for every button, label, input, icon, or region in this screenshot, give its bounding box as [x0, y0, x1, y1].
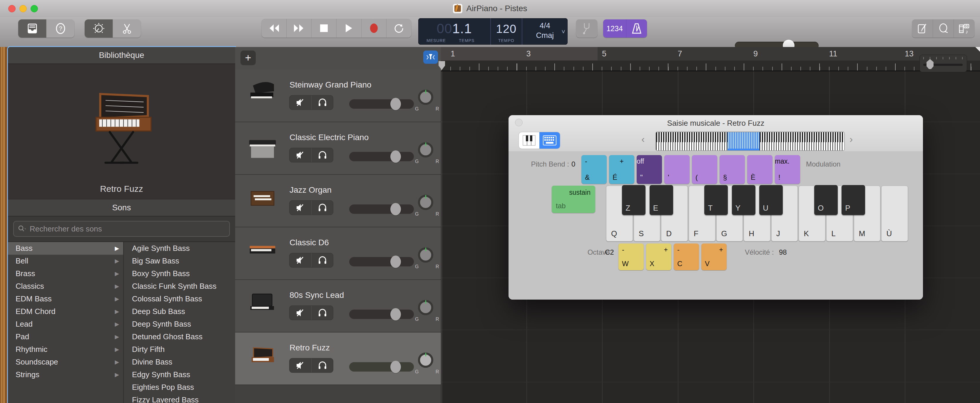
white-key[interactable]: Ù: [881, 186, 908, 241]
track-row[interactable]: Retro Fuzz: [235, 333, 441, 385]
patch-item[interactable]: Colossal Synth Bass: [124, 293, 235, 305]
track-row[interactable]: 80s Sync Lead: [235, 280, 441, 333]
narrow-track-headers-button[interactable]: [423, 51, 438, 64]
pitch-mod-key[interactable]: §: [719, 155, 745, 184]
track-volume-slider[interactable]: [349, 309, 414, 319]
pan-knob[interactable]: [418, 90, 433, 105]
track-volume-thumb[interactable]: [390, 361, 401, 373]
ruler[interactable]: 135791113: [441, 47, 980, 60]
black-key[interactable]: P: [842, 185, 865, 215]
track-row[interactable]: Classic Electric Piano: [235, 122, 441, 175]
pan-knob[interactable]: [418, 142, 433, 157]
octave-velocity-key[interactable]: + V: [702, 243, 727, 270]
play-button[interactable]: [336, 19, 361, 38]
category-item[interactable]: Soundscape ▶: [8, 356, 123, 368]
sustain-key[interactable]: sustain tab: [552, 186, 595, 213]
category-item[interactable]: Brass ▶: [8, 267, 123, 280]
track-volume-thumb[interactable]: [390, 203, 401, 215]
count-in-button[interactable]: 1234: [603, 19, 626, 38]
category-item[interactable]: EDM Bass ▶: [8, 293, 123, 305]
pan-knob[interactable]: [418, 195, 433, 210]
pitch-mod-key[interactable]: (: [692, 155, 717, 184]
corner-resize-widget[interactable]: [975, 47, 980, 52]
track-volume-thumb[interactable]: [390, 308, 401, 320]
track-volume-thumb[interactable]: [390, 98, 401, 110]
patch-item[interactable]: Eighties Pop Bass: [124, 381, 235, 393]
patch-item[interactable]: Detuned Ghost Bass: [124, 330, 235, 343]
track-row[interactable]: Jazz Organ: [235, 175, 441, 227]
add-track-button[interactable]: +: [240, 51, 256, 65]
solo-button[interactable]: [311, 359, 333, 373]
track-volume-slider[interactable]: [349, 362, 414, 371]
pitch-mod-key[interactable]: ': [664, 155, 690, 184]
cycle-button[interactable]: [386, 19, 411, 38]
octave-left-chevron[interactable]: ‹: [641, 133, 644, 145]
track-volume-thumb[interactable]: [390, 255, 401, 268]
black-key[interactable]: O: [814, 185, 838, 215]
zoom-slider-handle[interactable]: [926, 59, 934, 69]
chevron-down-icon[interactable]: ˅: [562, 28, 565, 36]
quick-help-button[interactable]: ?: [46, 19, 74, 38]
pan-knob[interactable]: [418, 300, 433, 315]
octave-velocity-key[interactable]: - C: [674, 243, 699, 270]
track-volume-slider[interactable]: [349, 99, 414, 109]
black-key[interactable]: U: [759, 185, 783, 215]
pan-knob[interactable]: [418, 352, 433, 368]
typing-view-button[interactable]: [539, 132, 560, 149]
category-item[interactable]: Strings ▶: [8, 368, 123, 381]
media-browser-button[interactable]: ♪: [953, 19, 974, 38]
solo-button[interactable]: [311, 148, 333, 162]
pitch-mod-key[interactable]: max. !: [775, 155, 800, 184]
patch-item[interactable]: Dirty Fifth: [124, 343, 235, 356]
category-item[interactable]: Bass ▶: [8, 242, 123, 255]
lcd-display[interactable]: 001.1 MESURE TEMPS 120 TEMPO 4/4 Cmaj ˅: [418, 18, 568, 44]
patch-item[interactable]: Edgy Synth Bass: [124, 368, 235, 381]
mute-button[interactable]: [290, 306, 311, 320]
stop-button[interactable]: [311, 19, 336, 38]
search-input[interactable]: Rechercher des sons: [13, 221, 230, 237]
solo-button[interactable]: [311, 253, 333, 267]
track-row[interactable]: Steinway Grand Piano: [235, 70, 441, 122]
track-volume-slider[interactable]: [349, 257, 414, 267]
active-octave-range[interactable]: [727, 132, 760, 151]
pitch-mod-key[interactable]: + É: [609, 155, 634, 184]
patch-item[interactable]: Divine Bass: [124, 356, 235, 368]
black-key[interactable]: T: [704, 185, 728, 215]
octave-velocity-key[interactable]: + X: [646, 243, 671, 270]
keyboard-overview[interactable]: [655, 132, 845, 151]
patch-item[interactable]: Fizzy Layered Bass: [124, 393, 235, 403]
pan-knob[interactable]: [418, 248, 433, 263]
ruler-ticks[interactable]: [441, 60, 980, 71]
solo-button[interactable]: [311, 306, 333, 320]
record-button[interactable]: [361, 19, 386, 38]
solo-button[interactable]: [311, 95, 333, 109]
category-item[interactable]: EDM Chord ▶: [8, 305, 123, 318]
track-volume-thumb[interactable]: [390, 151, 401, 163]
metronome-button[interactable]: [626, 19, 647, 38]
solo-button[interactable]: [311, 201, 333, 215]
tuner-button[interactable]: [576, 19, 597, 38]
piano-view-button[interactable]: [519, 132, 539, 149]
track-row[interactable]: Classic D6: [235, 227, 441, 280]
mute-button[interactable]: [290, 253, 311, 267]
black-key[interactable]: Z: [622, 185, 646, 215]
octave-right-chevron[interactable]: ›: [850, 133, 853, 145]
black-key[interactable]: Y: [732, 185, 756, 215]
mute-button[interactable]: [290, 95, 311, 109]
patch-item[interactable]: Agile Synth Bass: [124, 242, 235, 255]
category-item[interactable]: Classics ▶: [8, 280, 123, 293]
timeline-zoom-slider[interactable]: [920, 55, 967, 72]
category-item[interactable]: Bell ▶: [8, 255, 123, 267]
patch-item[interactable]: Classic Funk Synth Bass: [124, 280, 235, 293]
mute-button[interactable]: [290, 148, 311, 162]
octave-velocity-key[interactable]: - W: [619, 243, 644, 270]
patch-item[interactable]: Big Saw Bass: [124, 255, 235, 267]
patch-item[interactable]: Deep Synth Bass: [124, 318, 235, 330]
category-item[interactable]: Lead ▶: [8, 318, 123, 330]
library-toggle-button[interactable]: [18, 19, 46, 38]
rewind-button[interactable]: [262, 19, 286, 38]
mute-button[interactable]: [290, 359, 311, 373]
patch-item[interactable]: Boxy Synth Bass: [124, 267, 235, 280]
loop-browser-button[interactable]: [933, 19, 953, 38]
smart-controls-button[interactable]: [85, 19, 113, 38]
